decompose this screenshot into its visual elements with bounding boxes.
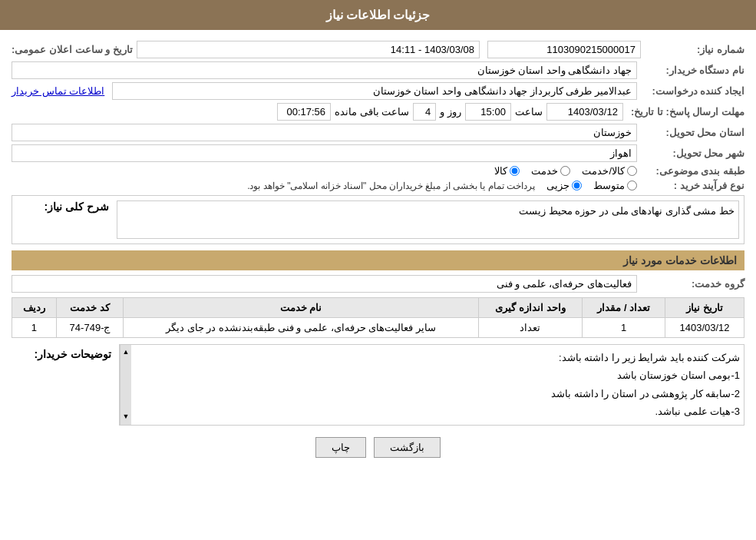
creator-value: عبدالامیر طرفی کاربرداز جهاد دانشگاهی وا… bbox=[112, 82, 637, 100]
col-row: ردیف bbox=[12, 298, 57, 318]
service-group-row: گروه خدمت: فعالیت‌های حرفه‌ای، علمی و فن… bbox=[12, 275, 744, 293]
category-kala-khedmat-radio[interactable] bbox=[627, 166, 637, 176]
creator-label: ایجاد کننده درخواست: bbox=[645, 85, 744, 97]
announcement-date-label: تاریخ و ساعت اعلان عمومی: bbox=[12, 44, 133, 55]
category-label: طبقه بندی موضوعی: bbox=[645, 165, 744, 177]
buyer-notes-box: ▲ ▼ شرکت کننده باید شرایط زیر را داشته ب… bbox=[119, 344, 744, 426]
category-radios: کالا/خدمت خدمت کالا bbox=[12, 165, 637, 177]
category-label-col: طبقه بندی موضوعی: bbox=[645, 165, 744, 177]
province-value-col: خوزستان bbox=[12, 124, 637, 141]
contact-link[interactable]: اطلاعات تماس خریدار bbox=[12, 85, 104, 97]
need-number-value: 1103090215000017 bbox=[487, 41, 641, 58]
category-kala-item: کالا bbox=[494, 165, 520, 177]
need-number-label: شماره نیاز: bbox=[645, 44, 744, 55]
purchase-type-motavasset-label: متوسط bbox=[593, 180, 625, 191]
city-label-col: شهر محل تحویل: bbox=[645, 147, 744, 159]
services-table: تاریخ نیاز تعداد / مقدار واحد اندازه گیر… bbox=[12, 297, 744, 338]
col-qty: تعداد / مقدار bbox=[583, 298, 665, 318]
announcement-date-col: 1403/03/08 - 14:11 تاریخ و ساعت اعلان عم… bbox=[12, 41, 480, 58]
page-wrapper: جزئیات اطلاعات نیاز شماره نیاز: 11030902… bbox=[0, 0, 756, 540]
buyer-org-label: نام دستگاه خریدار: bbox=[645, 65, 744, 76]
province-row: استان محل تحویل: خوزستان bbox=[12, 124, 744, 141]
category-khedmat-label: خدمت bbox=[531, 165, 558, 177]
table-row: 1403/03/12 1 تعداد سایر فعالیت‌های حرفه‌… bbox=[12, 318, 744, 338]
purchase-type-fields: متوسط جزیی پرداخت تمام یا بخشی از مبلغ خ… bbox=[12, 180, 637, 191]
purchase-type-motavasset-radio[interactable] bbox=[627, 181, 637, 190]
need-description-content: خط مشی گذاری نهادهای ملی در حوزه محیط زی… bbox=[117, 200, 739, 239]
buyer-notes-content: ▲ ▼ شرکت کننده باید شرایط زیر را داشته ب… bbox=[119, 344, 744, 426]
scroll-up-icon: ▲ bbox=[123, 346, 130, 358]
services-table-header: تاریخ نیاز تعداد / مقدار واحد اندازه گیر… bbox=[12, 298, 744, 318]
scroll-down-icon: ▼ bbox=[123, 411, 130, 422]
buyer-notes-row: ▲ ▼ شرکت کننده باید شرایط زیر را داشته ب… bbox=[12, 344, 744, 426]
cell-service-code: ج-749-74 bbox=[56, 318, 124, 338]
buyer-org-col: نام دستگاه خریدار: bbox=[645, 65, 744, 76]
action-buttons: بازگشت چاپ bbox=[12, 437, 744, 458]
col-service-code: کد خدمت bbox=[56, 298, 124, 318]
cell-service-name: سایر فعالیت‌های حرفه‌ای، علمی و فنی طبقه… bbox=[124, 318, 478, 338]
purchase-type-row: نوع فرآیند خرید : متوسط جزیی پرداخت تمام… bbox=[12, 180, 744, 191]
announcement-date-value: 1403/03/08 - 14:11 bbox=[137, 41, 480, 58]
need-description-box: خط مشی گذاری نهادهای ملی در حوزه محیط زی… bbox=[117, 200, 739, 239]
cell-qty: 1 bbox=[583, 318, 665, 338]
service-group-value-col: فعالیت‌های حرفه‌ای، علمی و فنی bbox=[12, 275, 637, 293]
category-khedmat-radio[interactable] bbox=[560, 166, 570, 176]
need-description-row: خط مشی گذاری نهادهای ملی در حوزه محیط زی… bbox=[17, 200, 739, 239]
page-title: جزئیات اطلاعات نیاز bbox=[326, 8, 431, 22]
print-button[interactable]: چاپ bbox=[315, 437, 366, 458]
deadline-date: 1403/03/12 bbox=[546, 103, 623, 121]
col-date: تاریخ نیاز bbox=[665, 298, 744, 318]
page-header: جزئیات اطلاعات نیاز bbox=[0, 0, 756, 30]
buyer-org-value: جهاد دانشگاهی واحد استان خوزستان bbox=[12, 61, 637, 79]
buyer-org-row: نام دستگاه خریدار: جهاد دانشگاهی واحد اس… bbox=[12, 61, 744, 79]
province-label-col: استان محل تحویل: bbox=[645, 127, 744, 138]
buyer-notes-label: توضیحات خریدار: bbox=[12, 344, 111, 360]
content-area: شماره نیاز: 1103090215000017 1403/03/08 … bbox=[0, 30, 756, 477]
city-value: اهواز bbox=[12, 144, 637, 162]
buyer-notes-text: شرکت کننده باید شرایط زیر را داشته باشد:… bbox=[137, 349, 740, 421]
buyer-org-value-col: جهاد دانشگاهی واحد استان خوزستان bbox=[12, 61, 637, 79]
purchase-type-jozi-item: جزیی bbox=[546, 180, 582, 191]
deadline-days: 4 bbox=[413, 103, 436, 121]
deadline-days-label: روز و bbox=[440, 106, 461, 118]
services-section-title: اطلاعات خدمات مورد نیاز bbox=[12, 250, 744, 270]
deadline-fields: 1403/03/12 ساعت 15:00 روز و 4 ساعت باقی … bbox=[12, 103, 623, 121]
city-label: شهر محل تحویل: bbox=[645, 147, 744, 159]
purchase-type-label: نوع فرآیند خرید : bbox=[645, 180, 744, 191]
cell-date: 1403/03/12 bbox=[665, 318, 744, 338]
category-kala-radio[interactable] bbox=[510, 166, 520, 176]
city-value-col: اهواز bbox=[12, 144, 637, 162]
creator-label-col: ایجاد کننده درخواست: bbox=[645, 85, 744, 97]
category-kala-label: کالا bbox=[494, 165, 507, 177]
deadline-row: مهلت ارسال پاسخ: تا تاریخ: 1403/03/12 سا… bbox=[12, 103, 744, 121]
category-khedmat-item: خدمت bbox=[531, 165, 570, 177]
service-group-label: گروه خدمت: bbox=[645, 278, 744, 290]
category-kala-khedmat-item: کالا/خدمت bbox=[582, 165, 637, 177]
deadline-time: 15:00 bbox=[465, 103, 511, 121]
cell-unit: تعداد bbox=[478, 318, 583, 338]
service-group-value: فعالیت‌های حرفه‌ای، علمی و فنی bbox=[12, 275, 637, 293]
service-group-label-col: گروه خدمت: bbox=[645, 278, 744, 290]
purchase-type-label-col: نوع فرآیند خرید : bbox=[645, 180, 744, 191]
deadline-label: مهلت ارسال پاسخ: تا تاریخ: bbox=[631, 106, 744, 118]
col-unit: واحد اندازه گیری bbox=[478, 298, 583, 318]
creator-row: ایجاد کننده درخواست: عبدالامیر طرفی کارب… bbox=[12, 82, 744, 100]
back-button[interactable]: بازگشت bbox=[374, 437, 441, 458]
need-number-row: شماره نیاز: 1103090215000017 1403/03/08 … bbox=[12, 41, 744, 58]
col-service-name: نام خدمت bbox=[124, 298, 478, 318]
need-number-col: شماره نیاز: 1103090215000017 bbox=[487, 41, 744, 58]
services-table-body: 1403/03/12 1 تعداد سایر فعالیت‌های حرفه‌… bbox=[12, 318, 744, 338]
cell-row: 1 bbox=[12, 318, 57, 338]
purchase-type-jozi-label: جزیی bbox=[546, 180, 569, 191]
purchase-type-note: پرداخت تمام یا بخشی از مبلغ خریداران محل… bbox=[247, 181, 535, 191]
deadline-remaining-label: ساعت باقی مانده bbox=[335, 106, 409, 118]
purchase-type-jozi-radio[interactable] bbox=[572, 181, 582, 190]
need-description-section: خط مشی گذاری نهادهای ملی در حوزه محیط زی… bbox=[12, 195, 744, 244]
deadline-time-label: ساعت bbox=[515, 106, 543, 118]
category-row: طبقه بندی موضوعی: کالا/خدمت خدمت کالا bbox=[12, 165, 744, 177]
province-value: خوزستان bbox=[12, 124, 637, 141]
services-table-header-row: تاریخ نیاز تعداد / مقدار واحد اندازه گیر… bbox=[12, 298, 744, 318]
city-row: شهر محل تحویل: اهواز bbox=[12, 144, 744, 162]
province-label: استان محل تحویل: bbox=[645, 127, 744, 138]
scrollbar: ▲ ▼ bbox=[120, 345, 131, 425]
